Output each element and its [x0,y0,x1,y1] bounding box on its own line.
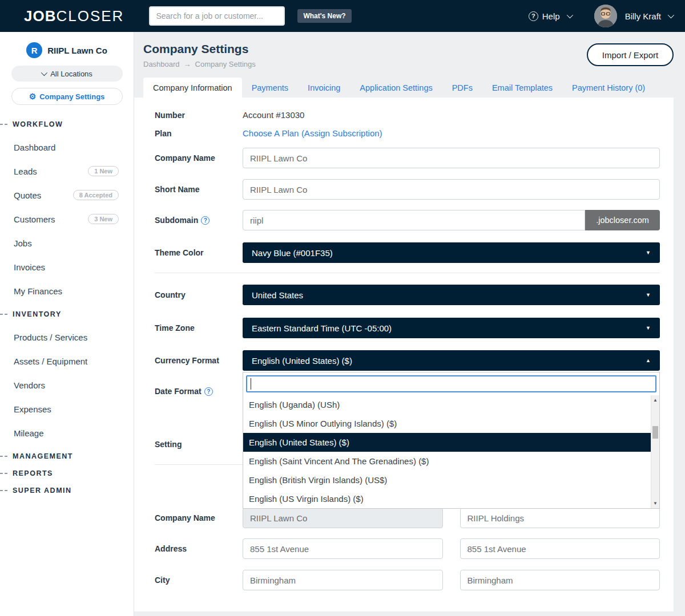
sidebar-item-leads[interactable]: Leads1 New [0,159,134,183]
time-zone-value: Eastern Standard Time (UTC -05:00) [252,323,392,333]
tab-email-templates[interactable]: Email Templates [482,78,562,98]
avatar-image [594,5,617,27]
help-label: Help [542,11,560,21]
section-label: MANAGEMENT [13,452,73,460]
time-zone-select[interactable]: Eastern Standard Time (UTC -05:00) ▼ [243,318,660,338]
section-dash-icon [0,124,7,125]
sidebar-item-jobs[interactable]: Jobs [0,231,134,255]
sidebar-item-vendors[interactable]: Vendors [0,373,134,397]
subdomain-help-icon[interactable]: ? [201,216,209,225]
currency-dropdown-panel: English (Uganda) (USh)English (US Minor … [243,372,660,509]
currency-format-value: English (United States) ($) [252,356,352,366]
subdomain-input[interactable] [243,210,585,230]
scrollbar-thumb[interactable] [652,426,658,439]
dropdown-scrollbar[interactable]: ▲ ▼ [651,395,659,508]
sidebar-item-badge: 8 Accepted [73,190,119,200]
theme-color-select[interactable]: Navy Blue (#001F35) ▼ [243,242,660,263]
company-settings-button[interactable]: ⚙ Company Settings [11,88,123,105]
settings-panel: Number Account #13030 Plan Choose A Plan… [134,98,674,611]
location-company-name-right-input[interactable] [460,508,660,528]
currency-format-select[interactable]: English (United States) ($) ▲ [243,350,660,371]
location-address-label: Address [134,544,243,553]
subdomain-row: Subdomain ? .jobcloser.com [134,210,660,230]
location-company-name-label: Company Name [134,513,243,522]
sidebar-item-invoices[interactable]: Invoices [0,255,134,279]
sidebar-item-label: Products / Services [14,333,87,342]
location-city-left-input[interactable] [243,570,443,590]
sidebar-section-workflow[interactable]: WORKFLOW [0,119,134,130]
company-logo: R [26,42,42,58]
currency-format-label: Currency Format [134,350,243,371]
scroll-up-icon[interactable]: ▲ [651,398,659,403]
breadcrumb-current: Company Settings [195,60,256,68]
setting-label: Setting [134,440,243,449]
short-name-input[interactable] [243,179,660,200]
currency-search-input[interactable] [246,375,656,392]
location-city-row: City [134,570,660,590]
tab-application-settings[interactable]: Application Settings [350,78,442,98]
company-name-input[interactable] [243,148,660,168]
plan-row: Plan Choose A Plan (Assign Subscription) [134,128,660,139]
sidebar-item-assets-equipment[interactable]: Assets / Equipment [0,349,134,373]
theme-color-value: Navy Blue (#001F35) [252,248,333,258]
tab-invoicing[interactable]: Invoicing [298,78,350,98]
subdomain-suffix: .jobcloser.com [585,210,660,230]
help-menu[interactable]: ? Help [529,11,571,21]
currency-option-english-united-states[interactable]: English (United States) ($) [243,433,659,452]
tab-payment-history-0[interactable]: Payment History (0) [562,78,655,98]
sidebar-item-badge: 1 New [88,166,119,176]
tab-payments[interactable]: Payments [242,78,298,98]
currency-option-english-british-virgin-islands-us[interactable]: English (British Virgin Islands) (US$) [243,471,659,489]
number-row: Number Account #13030 [134,110,660,120]
company-name-row: Company Name [134,148,660,168]
location-city-label: City [134,576,243,585]
sidebar-section-reports[interactable]: REPORTS [0,468,134,479]
time-zone-label: Time Zone [134,323,243,333]
user-avatar[interactable] [594,5,617,27]
sidebar-section-inventory[interactable]: INVENTORY [0,309,134,320]
global-search-input[interactable] [149,6,285,26]
user-menu[interactable]: Billy Kraft [625,11,672,21]
currency-option-english-us-minor-outlying-islands[interactable]: English (US Minor Outlying Islands) ($) [243,414,659,433]
import-export-button[interactable]: Import / Export [587,43,674,66]
tab-pdfs[interactable]: PDFs [442,78,482,98]
chevron-down-icon [566,12,573,18]
company-name: RIIPL Lawn Co [47,46,107,55]
breadcrumb-dashboard[interactable]: Dashboard [143,60,180,68]
assign-subscription-link[interactable]: (Assign Subscription) [301,128,382,138]
sidebar-item-label: Expenses [14,404,51,414]
currency-option-english-saint-vincent-and-the-grenadines[interactable]: English (Saint Vincent And The Grenadine… [243,452,659,471]
sidebar-item-label: Assets / Equipment [14,356,87,366]
sidebar-item-mileage[interactable]: Mileage [0,421,134,445]
currency-option-english-us-virgin-islands[interactable]: English (US Virgin Islands) ($) [243,489,659,508]
sidebar-section-management[interactable]: MANAGEMENT [0,451,134,462]
location-address-left-input[interactable] [243,538,443,559]
location-address-right-input[interactable] [460,538,660,559]
location-city-right-input[interactable] [460,570,660,590]
section-divider [155,273,660,273]
choose-plan-link[interactable]: Choose A Plan [243,128,299,138]
sidebar-item-expenses[interactable]: Expenses [0,397,134,421]
sidebar-item-label: Customers [14,214,55,224]
theme-color-label: Theme Color [134,248,243,257]
sidebar-item-my-finances[interactable]: My Finances [0,279,134,303]
sidebar-item-products-services[interactable]: Products / Services [0,325,134,349]
sidebar-nav: WORKFLOWDashboardLeads1 NewQuotes8 Accep… [0,119,134,496]
section-dash-icon [0,456,7,457]
caret-down-icon: ▼ [646,325,651,331]
sidebar-item-customers[interactable]: Customers3 New [0,207,134,231]
sidebar-item-dashboard[interactable]: Dashboard [0,135,134,159]
whats-new-button[interactable]: What's New? [297,9,351,23]
help-icon: ? [529,11,538,21]
sidebar-section-super-admin[interactable]: SUPER ADMIN [0,485,134,496]
location-company-name-row: Company Name [134,508,660,528]
logo-light: CLOSER [56,7,124,25]
scroll-down-icon[interactable]: ▼ [651,501,659,506]
caret-up-icon: ▲ [646,358,651,363]
country-select[interactable]: United States ▼ [243,285,660,305]
all-locations-dropdown[interactable]: All Locations [11,66,123,82]
sidebar-item-quotes[interactable]: Quotes8 Accepted [0,183,134,207]
currency-option-english-uganda-ush[interactable]: English (Uganda) (USh) [243,395,659,414]
date-format-help-icon[interactable]: ? [204,387,213,396]
tab-company-information[interactable]: Company Information [143,78,242,98]
